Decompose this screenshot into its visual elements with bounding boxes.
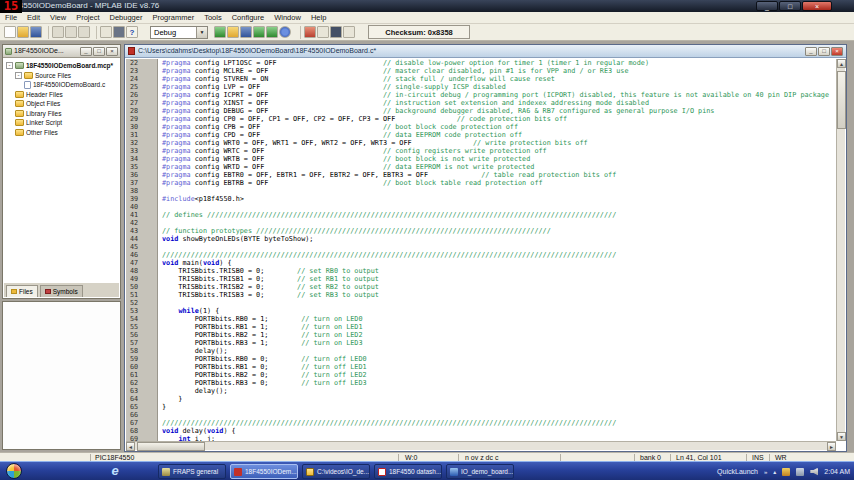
code-line[interactable]: 46//////////////////////////////////////… [126, 251, 836, 259]
taskbar-button[interactable]: IO_demo_board... [446, 464, 514, 479]
taskbar-clock[interactable]: 2:04 AM [824, 468, 850, 475]
code-line[interactable]: 65} [126, 403, 836, 411]
code-line[interactable]: 27#pragma config XINST = OFF // instruct… [126, 99, 836, 107]
paste-icon[interactable] [78, 26, 90, 38]
open-workspace-icon[interactable] [227, 26, 239, 38]
menu-file[interactable]: File [0, 12, 22, 23]
info-icon[interactable] [279, 26, 291, 38]
menu-configure[interactable]: Configure [227, 12, 270, 23]
code-line[interactable]: 52 [126, 299, 836, 307]
close-button[interactable]: × [802, 1, 832, 11]
code-line[interactable]: 59 PORTBbits.RB0 = 0; // turn off LED0 [126, 355, 836, 363]
code-line[interactable]: 49 TRISBbits.TRISB1 = 0; // set RB1 to o… [126, 275, 836, 283]
code-line[interactable]: 50 TRISBbits.TRISB2 = 0; // set RB2 to o… [126, 283, 836, 291]
code-line[interactable]: 54 PORTBbits.RB0 = 1; // turn on LED0 [126, 315, 836, 323]
tray-app-icon[interactable] [782, 468, 790, 476]
quicklaunch-label[interactable]: QuickLaunch [717, 468, 758, 475]
code-line[interactable]: 29#pragma config CP0 = OFF, CP1 = OFF, C… [126, 115, 836, 123]
tree-item[interactable]: -Source Files [4, 71, 119, 81]
code-line[interactable]: 63 delay(); [126, 387, 836, 395]
code-line[interactable]: 64 } [126, 395, 836, 403]
program-target-icon[interactable] [253, 26, 265, 38]
tray-volume-icon[interactable] [810, 468, 818, 476]
menu-programmer[interactable]: Programmer [147, 12, 199, 23]
taskbar-button[interactable]: C:\videos\IO_de... [302, 464, 370, 479]
code-line[interactable]: 36#pragma config EBTR0 = OFF, EBTR1 = OF… [126, 171, 836, 179]
debug-mode-select[interactable]: Debug ▼ [150, 26, 208, 39]
code-line[interactable]: 26#pragma config ICPRT = OFF // in-circu… [126, 91, 836, 99]
code-line[interactable]: 61 PORTBbits.RB2 = 0; // turn off LED2 [126, 371, 836, 379]
code-line[interactable]: 44void showByteOnLEDs(BYTE byteToShow); [126, 235, 836, 243]
code-line[interactable]: 51 TRISBbits.TRISB3 = 0; // set RB3 to o… [126, 291, 836, 299]
tree-item[interactable]: Other Files [4, 128, 119, 138]
breakpoints-icon[interactable] [317, 26, 329, 38]
code-line[interactable]: 60 PORTBbits.RB1 = 0; // turn off LED1 [126, 363, 836, 371]
start-button[interactable] [6, 463, 22, 479]
code-editor[interactable]: 22#pragma config LPT1OSC = OFF // disabl… [126, 59, 836, 441]
code-line[interactable]: 53 while(1) { [126, 307, 836, 315]
project-window-titlebar[interactable]: 18F4550IODe... _ □ × [3, 45, 120, 58]
save-workspace-icon[interactable] [240, 26, 252, 38]
open-file-icon[interactable] [17, 26, 29, 38]
copy-icon[interactable] [65, 26, 77, 38]
menu-debugger[interactable]: Debugger [105, 12, 148, 23]
quicklaunch-chevron-icon[interactable]: » [764, 469, 767, 475]
code-line[interactable]: 39#include<p18f4550.h> [126, 195, 836, 203]
save-icon[interactable] [30, 26, 42, 38]
tab-symbols[interactable]: Symbols [40, 285, 83, 297]
device-icon[interactable] [330, 26, 342, 38]
code-line[interactable]: 55 PORTBbits.RB1 = 1; // turn on LED1 [126, 323, 836, 331]
run-icon[interactable] [214, 26, 226, 38]
tree-item[interactable]: Header Files [4, 90, 119, 100]
code-line[interactable]: 31#pragma config CPD = OFF // data EEPRO… [126, 131, 836, 139]
code-line[interactable]: 45 [126, 243, 836, 251]
tree-item[interactable]: Library Files [4, 109, 119, 119]
code-line[interactable]: 56 PORTBbits.RB2 = 1; // turn on LED2 [126, 331, 836, 339]
code-line[interactable]: 66 [126, 411, 836, 419]
new-file-icon[interactable] [4, 26, 16, 38]
minimize-button[interactable]: _ [756, 1, 778, 11]
code-line[interactable]: 37#pragma config EBTRB = OFF // boot blo… [126, 179, 836, 187]
cut-icon[interactable] [52, 26, 64, 38]
memory-icon[interactable] [343, 26, 355, 38]
project-minimize-button[interactable]: _ [80, 47, 92, 56]
code-line[interactable]: 28#pragma config DEBUG = OFF // backgrou… [126, 107, 836, 115]
menu-edit[interactable]: Edit [22, 12, 45, 23]
internet-explorer-icon[interactable]: e [108, 464, 122, 478]
vertical-scroll-thumb[interactable] [837, 71, 846, 129]
menu-tools[interactable]: Tools [199, 12, 227, 23]
taskbar-button[interactable]: FRAPS general [158, 464, 226, 479]
editor-restore-button[interactable]: □ [818, 47, 830, 56]
taskbar-button[interactable]: 18F4550 datash... [374, 464, 442, 479]
editor-horizontal-scrollbar[interactable]: ◄ ► [126, 441, 836, 450]
menu-project[interactable]: Project [71, 12, 104, 23]
code-line[interactable]: 22#pragma config LPT1OSC = OFF // disabl… [126, 59, 836, 67]
scroll-right-icon[interactable]: ► [827, 442, 836, 451]
code-line[interactable]: 67//////////////////////////////////////… [126, 419, 836, 427]
code-line[interactable]: 23#pragma config MCLRE = OFF // master c… [126, 67, 836, 75]
code-line[interactable]: 42 [126, 219, 836, 227]
code-line[interactable]: 40 [126, 203, 836, 211]
code-line[interactable]: 25#pragma config LVP = OFF // single-sup… [126, 83, 836, 91]
menu-help[interactable]: Help [306, 12, 331, 23]
tray-display-icon[interactable] [796, 468, 804, 476]
code-line[interactable]: 30#pragma config CPB = OFF // boot block… [126, 123, 836, 131]
code-line[interactable]: 43// function prototypes ///////////////… [126, 227, 836, 235]
code-line[interactable]: 47void main(void) { [126, 259, 836, 267]
maximize-button[interactable]: □ [779, 1, 801, 11]
scroll-up-icon[interactable]: ▲ [837, 59, 846, 68]
scroll-down-icon[interactable]: ▼ [837, 432, 846, 441]
code-line[interactable]: 33#pragma config WRTC = OFF // config re… [126, 147, 836, 155]
print-icon[interactable] [100, 26, 112, 38]
help-icon[interactable]: ? [126, 26, 138, 38]
editor-minimize-button[interactable]: _ [805, 47, 817, 56]
editor-titlebar[interactable]: C:\Users\cdahms\Desktop\18F4550IODemoBoa… [125, 45, 846, 58]
code-line[interactable]: 68void delay(void) { [126, 427, 836, 435]
find-icon[interactable] [113, 26, 125, 38]
tree-item[interactable]: 18F4550IODemoBoard.c [4, 80, 119, 90]
tree-item[interactable]: Linker Script [4, 118, 119, 128]
code-line[interactable]: 48 TRISBbits.TRISB0 = 0; // set RB0 to o… [126, 267, 836, 275]
tree-expander-icon[interactable]: - [6, 62, 13, 69]
code-line[interactable]: 58 delay(); [126, 347, 836, 355]
tab-files[interactable]: Files [6, 285, 38, 297]
